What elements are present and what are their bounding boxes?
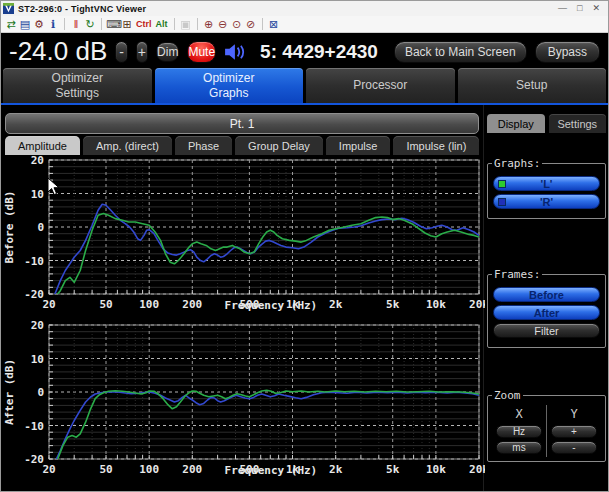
frame-before-button[interactable]: Before (493, 287, 600, 302)
dim-button[interactable]: Dim (156, 42, 179, 62)
svg-text:Frequency (Hz): Frequency (Hz) (225, 464, 318, 477)
tab-optimizer-graphs[interactable]: Optimizer Graphs (155, 68, 304, 103)
graphs-group-title: Graphs: (492, 157, 542, 170)
svg-text:20: 20 (42, 298, 55, 311)
graph-tab-group-delay[interactable]: Group Delay (235, 136, 323, 155)
ctrl-key-toggle[interactable]: Ctrl (134, 17, 154, 31)
volume-minus-button[interactable]: - (115, 41, 127, 63)
main-tab-bar: Optimizer Settings Optimizer Graphs Proc… (1, 68, 608, 103)
channel-r-button[interactable]: 'R' (493, 194, 600, 209)
toolbar-separator (101, 18, 102, 30)
svg-text:Before (dB): Before (dB) (3, 191, 16, 264)
file-transfer-icon[interactable]: ▣ (179, 17, 193, 31)
svg-text:20k: 20k (469, 298, 485, 311)
toolbar-separator (262, 18, 263, 30)
svg-text:10: 10 (31, 188, 44, 201)
pause-icon[interactable]: ‖ (69, 17, 83, 31)
after-amplitude-chart[interactable]: 20100-10-2020501002005001k2k5k10k20kFreq… (1, 320, 485, 481)
tab-display[interactable]: Display (487, 114, 545, 133)
svg-text:5k: 5k (386, 463, 400, 476)
svg-text:2k: 2k (329, 298, 343, 311)
zoom-auto-icon[interactable]: ⊘ (244, 17, 258, 31)
close-button[interactable]: ✕ (592, 4, 600, 13)
zoom-y-plus-button[interactable]: + (551, 425, 597, 438)
window-title: ST2-296:0 - TightVNC Viewer (18, 4, 558, 14)
tab-setup[interactable]: Setup (458, 68, 607, 103)
volume-plus-button[interactable]: + (136, 41, 148, 63)
speaker-icon (224, 43, 248, 61)
preset-readout: 5: 4429+2430 (260, 41, 378, 63)
zoom-in-icon[interactable]: ⊕ (202, 17, 216, 31)
svg-text:-20: -20 (24, 453, 44, 466)
zoom-hz-button[interactable]: Hz (496, 425, 542, 438)
frames-group-title: Frames: (492, 268, 542, 281)
zoom-group: Zoom X Hz ms Y + - (487, 389, 606, 462)
before-amplitude-chart[interactable]: 20100-10-2020501002005001k2k5k10k20kFreq… (1, 155, 485, 316)
svg-text:-10: -10 (24, 255, 44, 268)
svg-text:5k: 5k (386, 298, 400, 311)
svg-text:20: 20 (31, 320, 44, 332)
svg-text:100: 100 (139, 298, 159, 311)
alt-key-toggle[interactable]: Alt (154, 17, 170, 31)
svg-text:200: 200 (182, 463, 202, 476)
ctrl-esc-icon[interactable]: ⊞ (120, 17, 134, 31)
toolbar-separator (64, 18, 65, 30)
display-settings-panel: Display Settings Graphs: 'L' 'R' Frame (483, 105, 608, 491)
zoom-out-icon[interactable]: ⊖ (216, 17, 230, 31)
vnc-toolbar: ⇄▤⚙ℹ‖↻⌨⊞CtrlAlt▣⊕⊖⊙⊘⊠ (1, 16, 608, 33)
new-connection-icon[interactable]: ⇄ (4, 17, 18, 31)
channel-l-button[interactable]: 'L' (493, 176, 600, 191)
zoom-y-minus-button[interactable]: - (551, 441, 597, 454)
frame-filter-button[interactable]: Filter (493, 323, 600, 338)
graph-tab-phase[interactable]: Phase (175, 136, 232, 155)
svg-text:200: 200 (182, 298, 202, 311)
graph-tab-bar: Amplitude Amp. (direct) Phase Group Dela… (5, 136, 483, 155)
svg-text:0: 0 (37, 221, 44, 234)
graph-tab-amp-direct[interactable]: Amp. (direct) (83, 136, 172, 155)
svg-text:20: 20 (42, 463, 55, 476)
svg-text:20k: 20k (469, 463, 485, 476)
graphs-group: Graphs: 'L' 'R' (487, 157, 606, 219)
remote-screen: -24.0 dB - + Dim Mute 5: 4429+2430 Back … (1, 33, 608, 491)
connection-options-icon[interactable]: ⚙ (32, 17, 46, 31)
graph-tab-impulse[interactable]: Impulse (326, 136, 391, 155)
tab-processor[interactable]: Processor (306, 68, 455, 103)
svg-text:50: 50 (99, 298, 112, 311)
zoom-x-column: X Hz ms (492, 405, 546, 457)
zoom-100-icon[interactable]: ⊙ (230, 17, 244, 31)
save-session-icon[interactable]: ▤ (18, 17, 32, 31)
zoom-x-label: X (495, 407, 543, 421)
zoom-y-column: Y + - (546, 405, 601, 457)
fullscreen-icon[interactable]: ⊠ (267, 17, 281, 31)
graph-tab-impulse-lin[interactable]: Impulse (lin) (393, 136, 479, 155)
minimize-button[interactable]: — (558, 4, 567, 13)
mute-button[interactable]: Mute (187, 41, 216, 63)
svg-text:10k: 10k (426, 298, 446, 311)
tightvnc-app-icon (3, 3, 14, 14)
graphs-area: Pt. 1 Amplitude Amp. (direct) Phase Grou… (1, 105, 483, 491)
svg-text:-10: -10 (24, 420, 44, 433)
frame-after-button[interactable]: After (493, 305, 600, 320)
zoom-y-label: Y (550, 407, 598, 421)
graph-tab-amplitude[interactable]: Amplitude (5, 136, 80, 155)
svg-text:20: 20 (31, 155, 44, 167)
tab-optimizer-settings[interactable]: Optimizer Settings (3, 68, 152, 103)
svg-text:50: 50 (99, 463, 112, 476)
point-selector[interactable]: Pt. 1 (5, 113, 479, 134)
connection-info-icon[interactable]: ℹ (46, 17, 60, 31)
refresh-icon[interactable]: ↻ (83, 17, 97, 31)
ctrl-alt-del-icon[interactable]: ⌨ (106, 17, 120, 31)
svg-text:10: 10 (31, 353, 44, 366)
title-bar[interactable]: ST2-296:0 - TightVNC Viewer — □ ✕ (1, 1, 608, 16)
svg-text:Frequency (Hz): Frequency (Hz) (225, 299, 318, 312)
toolbar-separator (174, 18, 175, 30)
bypass-button[interactable]: Bypass (535, 41, 600, 63)
tab-settings[interactable]: Settings (549, 114, 607, 133)
back-to-main-screen-button[interactable]: Back to Main Screen (394, 41, 527, 63)
svg-text:2k: 2k (329, 463, 343, 476)
svg-text:100: 100 (139, 463, 159, 476)
zoom-ms-button[interactable]: ms (496, 441, 542, 454)
svg-text:-20: -20 (24, 288, 44, 301)
vnc-window: ST2-296:0 - TightVNC Viewer — □ ✕ ⇄▤⚙ℹ‖↻… (0, 0, 609, 492)
maximize-button[interactable]: □ (577, 4, 582, 13)
